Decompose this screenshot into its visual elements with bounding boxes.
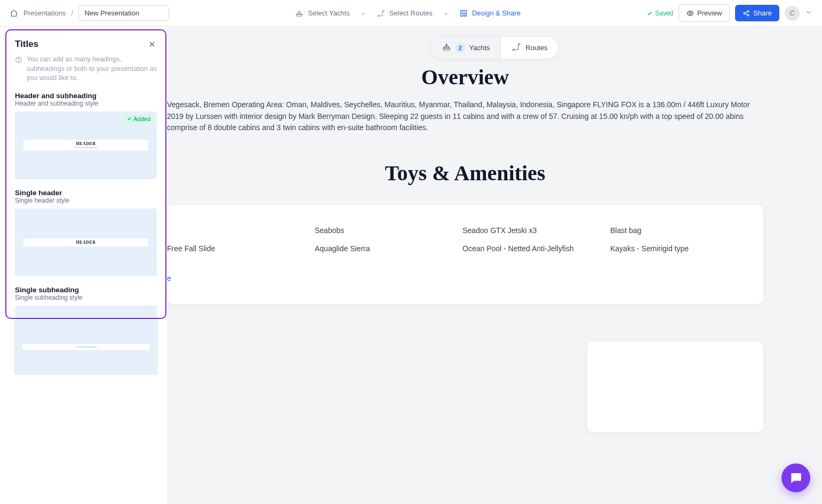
layout-subtitle: Single header style: [15, 197, 157, 204]
toy-item: Kayaks - Semirigid type: [610, 244, 742, 253]
avatar[interactable]: C: [785, 6, 800, 21]
toy-item: Blast bag: [610, 226, 742, 235]
presentation-title-input[interactable]: [78, 5, 169, 21]
panel-info: You can add as many headings, subheading…: [15, 55, 157, 83]
saved-indicator: Saved: [647, 10, 673, 17]
top-nav: Presentations / Select Yachts » Select R…: [0, 0, 822, 27]
yacht-icon: [442, 42, 451, 53]
panel-title: Titles: [15, 39, 38, 50]
svg-point-6: [513, 49, 515, 51]
design-icon: [459, 9, 468, 18]
layout-preview[interactable]: YOUR SUBHEADER: [14, 318, 158, 375]
breadcrumb-separator: /: [71, 9, 74, 18]
home-icon[interactable]: [10, 9, 18, 18]
preview-sub-text: YOUR SUBHEADER: [75, 346, 97, 348]
tab-label: Yachts: [469, 44, 490, 52]
routes-icon: [377, 9, 385, 18]
yacht-icon: [295, 9, 304, 18]
toy-item: Aquaglide Sierra: [315, 244, 446, 253]
show-more-link[interactable]: e: [167, 274, 742, 283]
tab-yachts[interactable]: 2 Yachts: [431, 37, 501, 59]
svg-point-1: [382, 10, 384, 12]
step-label: Select Yachts: [308, 9, 349, 17]
layout-preview[interactable]: Added HEADER YOUR SUBHEADER: [15, 111, 157, 179]
toys-card: Seabobs Seadoo GTX Jetski x3 Blast bag F…: [167, 205, 763, 304]
close-icon[interactable]: [147, 39, 157, 49]
layout-name: Single header: [15, 189, 157, 197]
svg-point-9: [19, 61, 19, 62]
toys-heading: Toys & Amenities: [167, 161, 763, 186]
titles-panel: Titles You can add as many headings, sub…: [5, 29, 166, 319]
placeholder-card: [587, 341, 763, 432]
toy-item: Seabobs: [315, 226, 446, 235]
layout-subtitle: Single subheading style: [15, 294, 157, 301]
routes-icon: [512, 42, 521, 53]
step-separator: »: [362, 10, 365, 17]
layout-preview[interactable]: HEADER: [15, 209, 157, 276]
titles-panel-overflow: YOUR SUBHEADER: [5, 318, 166, 375]
view-tabs: 2 Yachts Routes: [430, 36, 559, 59]
layout-option-header-subheading[interactable]: Header and subheading Header and subhead…: [15, 92, 157, 179]
preview-button[interactable]: Preview: [679, 4, 730, 22]
layout-option-single-header[interactable]: Single header Single header style HEADER: [15, 189, 157, 276]
step-select-yachts[interactable]: Select Yachts: [295, 9, 349, 18]
svg-point-0: [378, 15, 379, 17]
toy-item: [167, 226, 299, 235]
layout-name: Header and subheading: [15, 92, 157, 100]
info-icon: [15, 56, 22, 63]
layout-subtitle: Header and subheading style: [15, 100, 157, 107]
tab-label: Routes: [525, 44, 547, 52]
step-design-share[interactable]: Design & Share: [459, 9, 521, 18]
step-label: Select Routes: [389, 9, 433, 17]
toy-item: Seadoo GTX Jetski x3: [462, 226, 594, 235]
breadcrumb-root[interactable]: Presentations: [23, 9, 66, 17]
step-separator: »: [444, 10, 448, 17]
preview-header-text: HEADER: [76, 141, 95, 146]
layout-preview[interactable]: [15, 306, 157, 319]
layout-option-single-subheading[interactable]: Single subheading Single subheading styl…: [15, 286, 157, 319]
preview-sub-text: YOUR SUBHEADER: [75, 146, 97, 149]
overview-text: Vegesack, Bremen Operating Area: Oman, M…: [167, 99, 763, 134]
chevron-down-icon[interactable]: [805, 9, 812, 18]
chat-bubble-button[interactable]: [781, 463, 810, 492]
svg-point-7: [518, 43, 520, 45]
added-badge: Added: [124, 115, 154, 123]
toy-item: Ocean Pool - Netted Anti-Jellyfish: [462, 244, 594, 253]
tab-routes[interactable]: Routes: [500, 37, 558, 59]
step-label: Design & Share: [472, 9, 521, 17]
overview-heading: Overview: [167, 65, 763, 90]
svg-point-2: [689, 12, 691, 14]
toy-item: Free Fall Slide: [167, 244, 299, 253]
share-button[interactable]: Share: [735, 5, 779, 21]
preview-header-text: HEADER: [76, 240, 95, 245]
layout-name: Single subheading: [15, 286, 157, 294]
yachts-count-badge: 2: [456, 43, 465, 53]
step-select-routes[interactable]: Select Routes: [377, 9, 433, 18]
canvas[interactable]: 2 Yachts Routes Overview Vegesack, Breme…: [167, 27, 822, 504]
